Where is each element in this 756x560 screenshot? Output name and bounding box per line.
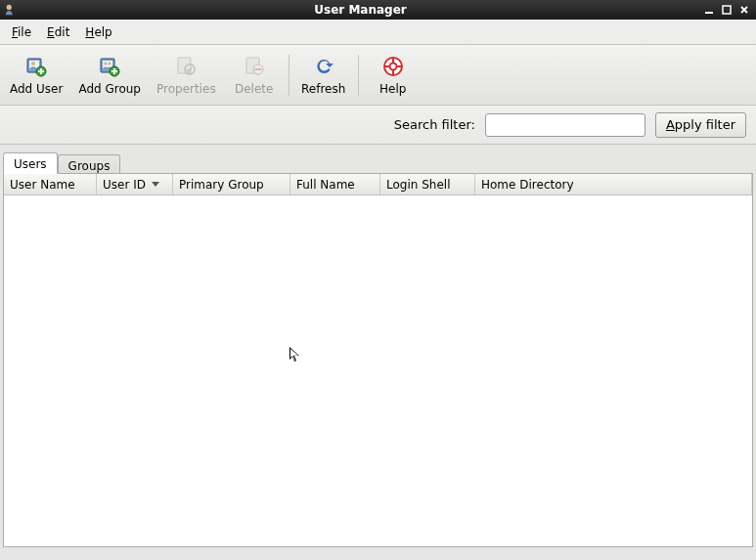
toolbar-label: Delete [235,82,273,96]
filter-bar: Search filter: Apply filter [0,106,756,145]
svg-point-9 [105,62,108,65]
col-home-directory[interactable]: Home Directory [475,174,752,194]
tab-strip: Users Groups [0,145,756,174]
svg-rect-2 [723,6,731,14]
column-headers: User Name User ID Primary Group Full Nam… [4,174,752,195]
search-filter-input[interactable] [485,113,645,137]
add-user-icon [24,55,48,78]
users-panel: User Name User ID Primary Group Full Nam… [3,173,753,547]
notebook: Users Groups User Name User ID Primary G… [0,145,756,548]
svg-point-10 [109,62,111,65]
help-button[interactable]: Help [363,48,423,103]
toolbar: Add User Add Group Properties Delete Ref… [0,45,756,106]
menu-edit[interactable]: Edit [39,22,77,42]
delete-icon [243,55,266,78]
toolbar-label: Add Group [78,82,141,96]
toolbar-separator [358,55,359,96]
toolbar-label: Help [379,82,406,96]
toolbar-label: Add User [10,82,63,96]
tab-users[interactable]: Users [3,152,58,174]
search-filter-label: Search filter: [394,117,475,132]
col-user-id[interactable]: User ID [97,174,173,194]
app-icon [4,3,18,17]
delete-button: Delete [224,48,285,103]
properties-button: Properties [149,48,224,103]
add-group-icon [98,55,121,78]
maximize-button[interactable] [719,2,734,18]
menu-help[interactable]: Help [77,22,119,42]
col-full-name[interactable]: Full Name [290,174,380,194]
window-title: User Manager [22,3,699,17]
svg-point-0 [7,5,12,10]
toolbar-separator [289,55,289,96]
svg-point-18 [389,63,396,69]
toolbar-label: Properties [156,82,216,96]
col-login-shell[interactable]: Login Shell [380,174,475,194]
properties-icon [174,55,198,78]
titlebar: User Manager [0,0,756,20]
close-button[interactable] [736,2,752,18]
apply-filter-button[interactable]: Apply filter [655,112,746,138]
svg-rect-16 [254,68,261,70]
toolbar-label: Refresh [301,82,345,96]
refresh-icon [312,55,335,78]
col-primary-group[interactable]: Primary Group [173,174,290,194]
add-user-button[interactable]: Add User [2,48,70,103]
menubar: File Edit Help [0,20,756,45]
svg-rect-1 [705,12,713,14]
refresh-button[interactable]: Refresh [293,48,354,103]
menu-file[interactable]: File [4,22,39,42]
help-icon [381,55,405,78]
svg-point-5 [31,62,35,65]
minimize-button[interactable] [701,2,717,18]
add-group-button[interactable]: Add Group [70,48,149,103]
col-user-name[interactable]: User Name [4,174,97,194]
